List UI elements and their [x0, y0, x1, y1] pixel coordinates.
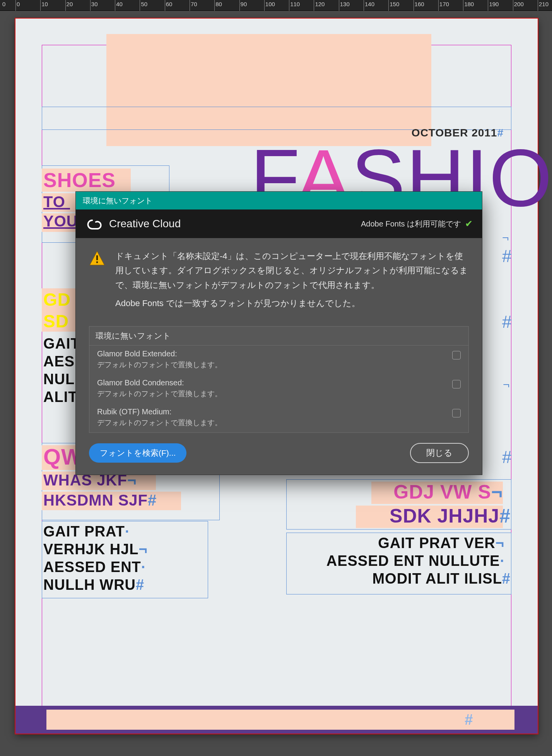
missing-font-name: Glamor Bold Condensed:: [97, 378, 222, 387]
gait2-l2: VERHJK HJL¬: [43, 541, 148, 558]
ruler-tick: [65, 0, 66, 11]
gait2-l4: NULLH WRU#: [43, 577, 144, 593]
ruler-label: 30: [91, 1, 98, 7]
ruler-tick: [289, 0, 289, 11]
dialog-title-text: 環境に無いフォント: [83, 196, 152, 206]
dialog-message: ドキュメント「名称未設定-4」は、このコンピューター上で現在利用不能なフォントを…: [115, 249, 469, 315]
close-button[interactable]: 閉じる: [410, 443, 469, 463]
gait1-l4: ALIT: [43, 389, 77, 405]
ruler-label: 80: [215, 1, 222, 7]
footer-bar: ODOLOREET • AUTPATE MOLORPERO • EUM ALIQ…: [15, 706, 538, 734]
ruler-tick: [388, 0, 389, 11]
missing-font-sub: デフォルトのフォントで置換します。: [97, 389, 222, 399]
ruler-tick: [264, 0, 265, 11]
ruler-tick: [90, 0, 91, 11]
para-mark-2: ¬: [503, 378, 510, 391]
svg-rect-2: [96, 261, 98, 263]
gpv-l2: AESSED ENT NULLUTE·: [326, 553, 504, 569]
ruler-label: 60: [166, 1, 173, 7]
missing-font-sub: デフォルトのフォントで置換します。: [97, 418, 222, 428]
missing-font-item[interactable]: Glamor Bold Condensed:デフォルトのフォントで置換します。: [89, 375, 468, 404]
ruler-tick: [463, 0, 463, 11]
ruler-tick: [214, 0, 215, 11]
check-icon: ✔: [465, 218, 473, 229]
gpv-l3: MODIT ALIT ILISL#: [372, 570, 511, 587]
ruler-label: 190: [489, 1, 499, 7]
ruler-tick: [414, 0, 414, 11]
ruler-label: 150: [390, 1, 399, 7]
qw-line3: HKSDMN SJF#: [43, 492, 157, 509]
ruler-label: 210: [539, 1, 549, 7]
gd-line2: SD: [43, 311, 69, 332]
missing-font-item[interactable]: Glamor Bold Extended:デフォルトのフォントで置換します。: [89, 346, 468, 375]
ruler-tick: [40, 0, 41, 11]
dialog-message-p1: ドキュメント「名称未設定-4」は、このコンピューター上で現在利用不能なフォントを…: [115, 249, 469, 292]
dialog-body: ドキュメント「名称未設定-4」は、このコンピューター上で現在利用不能なフォントを…: [76, 238, 482, 318]
dialog-message-p2: Adobe Fonts では一致するフォントが見つかりませんでした。: [115, 296, 469, 310]
ruler-tick: [364, 0, 364, 11]
ruler-label: 50: [141, 1, 147, 7]
ruler-tick: [165, 0, 165, 11]
missing-fonts-list: 環境に無いフォント Glamor Bold Extended:デフォルトのフォン…: [89, 326, 469, 433]
cc-label: Creative Cloud: [109, 218, 181, 230]
ruler-tick: [190, 0, 190, 11]
ruler-label: 140: [365, 1, 374, 7]
ruler-origin-label: 0: [2, 1, 5, 7]
ruler-horizontal[interactable]: 0010203040506070809010011012013014015016…: [0, 0, 552, 11]
gait2-l3: AESSED ENT·: [43, 559, 145, 576]
hash-float-2: #: [502, 312, 511, 332]
creative-cloud-icon: [85, 215, 103, 233]
ruler-tick: [488, 0, 488, 11]
ruler-tick: [115, 0, 115, 11]
ruler-tick: [438, 0, 439, 11]
find-fonts-button[interactable]: フォントを検索(F)...: [89, 443, 186, 463]
ruler-tick: [314, 0, 314, 11]
gd-line1: GD: [43, 289, 71, 310]
gait2-l1: GAIT PRAT·: [43, 523, 130, 540]
ruler-label: 90: [241, 1, 247, 7]
dateline-text: OCTOBER 2011: [412, 127, 497, 139]
missing-font-item[interactable]: Rubik (OTF) Medium:デフォルトのフォントで置換します。: [89, 404, 468, 432]
ruler-label: 180: [464, 1, 474, 7]
ruler-label: 130: [340, 1, 350, 7]
ruler-label: 160: [415, 1, 424, 7]
missing-font-checkbox[interactable]: [452, 351, 461, 359]
shoes-line3: YOU: [43, 213, 78, 230]
gait1-l2: AES: [43, 353, 75, 370]
gait1-l3: NUL: [43, 371, 75, 388]
missing-fonts-list-title: 環境に無いフォント: [89, 327, 468, 346]
missing-fonts-dialog[interactable]: 環境に無いフォント Creative Cloud Adobe Fonts は利用…: [75, 191, 482, 475]
ruler-label: 100: [265, 1, 275, 7]
para-mark-1: ¬: [502, 231, 509, 244]
cc-status: Adobe Fonts は利用可能です ✔: [361, 218, 473, 229]
svg-rect-1: [96, 255, 98, 261]
missing-font-checkbox[interactable]: [452, 380, 461, 388]
ruler-tick: [538, 0, 538, 11]
missing-font-name: Rubik (OTF) Medium:: [97, 407, 222, 416]
ruler-label: 170: [439, 1, 449, 7]
ruler-label: 200: [514, 1, 524, 7]
shoes-line2: TO: [43, 193, 70, 211]
missing-font-checkbox[interactable]: [452, 409, 461, 417]
ruler-tick: [239, 0, 240, 11]
dateline-hash: #: [497, 127, 504, 139]
gdj-l1: GDJ VW S¬: [393, 481, 503, 503]
ruler-tick: [339, 0, 339, 11]
hash-float-1: #: [502, 247, 511, 266]
missing-font-sub: デフォルトのフォントで置換します。: [97, 360, 222, 370]
missing-font-name: Glamor Bold Extended:: [97, 349, 222, 358]
ruler-label: 20: [67, 1, 73, 7]
footer-text: ODOLOREET • AUTPATE MOLORPERO • EUM ALIQ…: [80, 712, 473, 728]
missing-fonts-items: Glamor Bold Extended:デフォルトのフォントで置換します。Gl…: [89, 346, 468, 432]
warning-icon: [89, 250, 105, 267]
dialog-button-row: フォントを検索(F)... 閉じる: [76, 433, 482, 475]
ruler-label: 10: [41, 1, 48, 7]
gpv-l1: GAIT PRAT VER¬: [378, 535, 504, 552]
ruler-label: 70: [191, 1, 197, 7]
ruler-label: 120: [315, 1, 325, 7]
ruler-label: 0: [17, 1, 20, 7]
shoes-line1: SHOES: [43, 169, 116, 192]
dialog-title-bar[interactable]: 環境に無いフォント: [76, 192, 482, 209]
ruler-tick: [15, 0, 16, 11]
ruler-label: 110: [290, 1, 300, 7]
